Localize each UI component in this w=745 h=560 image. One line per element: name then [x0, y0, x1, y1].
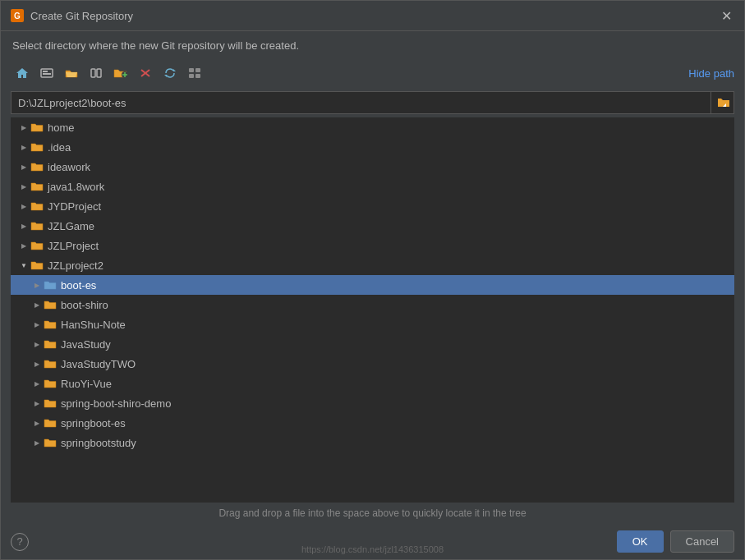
tree-item-label: JavaStudyTWO	[61, 358, 136, 370]
tree-item[interactable]: ▶ java1.8work	[11, 177, 734, 196]
collapse-button[interactable]	[85, 62, 108, 85]
expand-arrow-icon[interactable]: ▶	[30, 337, 44, 351]
expand-arrow-icon[interactable]: ▶	[17, 180, 30, 193]
expand-arrow-icon[interactable]: ▶	[17, 121, 30, 134]
refresh-button[interactable]	[159, 62, 182, 85]
tree-item-label: java1.8work	[48, 181, 104, 193]
svg-rect-3	[43, 71, 48, 72]
folder-icon	[44, 378, 57, 389]
expand-arrow-icon[interactable]: ▶	[30, 436, 44, 449]
folder-icon	[44, 437, 57, 448]
svg-rect-15	[195, 68, 200, 72]
svg-marker-12	[173, 69, 176, 71]
title-bar: G Create Git Repository ✕	[1, 1, 744, 31]
tree-item[interactable]: ▶ JavaStudyTWO	[11, 354, 734, 374]
folder-icon	[44, 279, 57, 291]
svg-marker-13	[164, 75, 167, 77]
expand-arrow-icon[interactable]: ▶	[30, 318, 44, 331]
expand-arrow-icon[interactable]: ▶	[30, 278, 44, 291]
folder-icon	[30, 200, 44, 212]
expand-arrow-icon[interactable]: ▶	[30, 298, 44, 311]
tree-item[interactable]: ▼ JZLproject2	[11, 255, 734, 275]
tree-item-label: HanShu-Note	[61, 319, 126, 331]
folder-icon	[30, 181, 44, 192]
tree-item-label: .idea	[48, 141, 71, 154]
tree-item[interactable]: ▶ .idea	[11, 137, 734, 157]
folder-icon	[44, 417, 57, 429]
folder-icon	[44, 319, 57, 330]
svg-text:G: G	[14, 11, 21, 21]
expand-arrow-icon[interactable]: ▶	[30, 397, 44, 410]
svg-rect-5	[91, 69, 95, 77]
help-button[interactable]: ?	[11, 533, 29, 551]
tree-item-label: JZLGame	[48, 220, 94, 232]
git-icon: G	[11, 9, 24, 22]
tree-item[interactable]: ▶ HanShu-Note	[11, 314, 734, 334]
tree-item-label: ideawork	[48, 161, 90, 173]
toolbar-icons	[11, 62, 206, 85]
tree-item-label: JZLProject	[48, 240, 99, 252]
tree-item-label: springboot-es	[61, 417, 126, 429]
path-row	[11, 91, 734, 114]
expand-arrow-icon[interactable]: ▶	[30, 416, 44, 429]
title-bar-left: G Create Git Repository	[11, 9, 133, 22]
tree-item[interactable]: ▶ ideawork	[11, 157, 734, 177]
folder-icon	[30, 220, 44, 232]
svg-rect-4	[43, 73, 51, 75]
ok-button[interactable]: OK	[617, 530, 664, 553]
tree-item[interactable]: ▶ home	[11, 117, 734, 137]
expand-arrow-icon[interactable]: ▶	[17, 239, 30, 252]
expand-arrow-icon[interactable]: ▶	[30, 357, 44, 370]
path-browse-button[interactable]	[711, 91, 734, 114]
tree-item[interactable]: ▶ springbootstudy	[11, 433, 734, 452]
new-folder-button[interactable]	[109, 62, 132, 85]
drag-hint: Drag and drop a file into the space abov…	[1, 503, 744, 524]
svg-rect-14	[189, 68, 194, 72]
tree-item[interactable]: ▶ JavaStudy	[11, 334, 734, 354]
tree-item[interactable]: ▶ boot-shiro	[11, 295, 734, 314]
home-button[interactable]	[11, 62, 34, 85]
tree-item[interactable]: ▶ spring-boot-shiro-demo	[11, 393, 734, 413]
action-buttons: OK Cancel	[617, 530, 734, 553]
tree-item[interactable]: ▶ boot-es	[11, 275, 734, 295]
view-toggle-button[interactable]	[183, 62, 206, 85]
directory-view-button[interactable]	[35, 62, 58, 85]
cancel-button[interactable]: Cancel	[670, 530, 734, 553]
tree-item-label: boot-es	[61, 279, 96, 291]
tree-item-label: spring-boot-shiro-demo	[61, 397, 171, 410]
tree-item[interactable]: ▶ RuoYi-Vue	[11, 374, 734, 393]
tree-item-label: home	[48, 122, 75, 134]
folder-icon	[44, 397, 57, 409]
close-button[interactable]: ✕	[718, 7, 734, 24]
tree-item-label: JYDProject	[48, 200, 101, 213]
collapse-arrow-icon[interactable]: ▼	[17, 259, 30, 272]
tree-item[interactable]: ▶ springboot-es	[11, 413, 734, 433]
folder-icon	[30, 122, 44, 133]
tree-item-label: JZLproject2	[48, 259, 103, 272]
path-input[interactable]	[11, 91, 711, 114]
folder-icon	[44, 299, 57, 310]
tree-item-label: JavaStudy	[61, 338, 111, 351]
folder-icon	[30, 240, 44, 251]
svg-rect-17	[195, 74, 200, 78]
folder-icon	[30, 161, 44, 172]
open-folder-button[interactable]	[60, 62, 83, 85]
create-git-repo-dialog: G Create Git Repository ✕ Select directo…	[0, 0, 745, 560]
expand-arrow-icon[interactable]: ▶	[30, 377, 44, 390]
hide-path-link[interactable]: Hide path	[688, 67, 734, 80]
tree-item[interactable]: ▶ JZLGame	[11, 216, 734, 236]
folder-icon	[44, 358, 57, 370]
delete-button[interactable]	[134, 62, 157, 85]
expand-arrow-icon[interactable]: ▶	[17, 140, 30, 154]
dialog-title: Create Git Repository	[30, 10, 133, 22]
subtitle: Select directory where the new Git repos…	[1, 31, 744, 58]
tree-item-label: springbootstudy	[61, 437, 136, 449]
file-tree[interactable]: ▶ home▶ .idea▶ ideawork▶ java1.8work▶ JY…	[11, 117, 734, 503]
bottom-bar: ? https://blog.csdn.net/jzl1436315008 OK…	[1, 524, 744, 559]
tree-item[interactable]: ▶ JYDProject	[11, 196, 734, 216]
expand-arrow-icon[interactable]: ▶	[17, 160, 30, 173]
url-text: https://blog.csdn.net/jzl1436315008	[301, 544, 444, 554]
expand-arrow-icon[interactable]: ▶	[17, 219, 30, 232]
tree-item[interactable]: ▶ JZLProject	[11, 236, 734, 255]
expand-arrow-icon[interactable]: ▶	[17, 200, 30, 213]
